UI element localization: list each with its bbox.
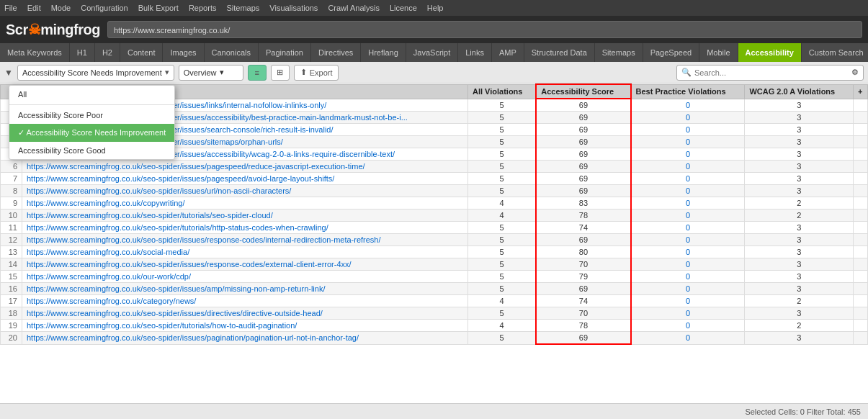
- cell-url[interactable]: https://www.screamingfrog.co.uk/category…: [22, 295, 468, 307]
- table-row[interactable]: 10 https://www.screamingfrog.co.uk/seo-s…: [1, 210, 868, 222]
- table-row[interactable]: 6 https://www.screamingfrog.co.uk/seo-sp…: [1, 161, 868, 173]
- cell-url[interactable]: https://www.screamingfrog.co.uk/seo-spid…: [22, 210, 468, 222]
- cell-score: 74: [536, 295, 630, 307]
- cell-url[interactable]: https://www.screamingfrog.co.uk/seo-spid…: [22, 173, 468, 185]
- chart-view-button[interactable]: ⊞: [271, 65, 290, 81]
- menu-mode[interactable]: Mode: [51, 4, 71, 12]
- table-row[interactable]: 13 https://www.screamingfrog.co.uk/socia…: [1, 246, 868, 258]
- tab-content[interactable]: Content: [120, 43, 164, 62]
- menu-licence[interactable]: Licence: [390, 4, 417, 12]
- tab-pagination[interactable]: Pagination: [259, 43, 311, 62]
- cell-url[interactable]: https://www.screamingfrog.co.uk/seo-spid…: [22, 332, 468, 345]
- cell-url[interactable]: https://www.screamingfrog.co.uk/social-m…: [22, 246, 468, 258]
- filter-icon: ▼: [4, 68, 13, 78]
- cell-row-num: 15: [1, 271, 22, 283]
- cell-extra: [854, 222, 868, 234]
- search-box[interactable]: 🔍 ⚙: [676, 65, 864, 81]
- cell-score: 70: [536, 307, 630, 320]
- table-row[interactable]: 17 https://www.screamingfrog.co.uk/categ…: [1, 295, 868, 307]
- table-row[interactable]: 11 https://www.screamingfrog.co.uk/seo-s…: [1, 222, 868, 234]
- tab-h1[interactable]: H1: [70, 43, 95, 62]
- tab-meta-keywords[interactable]: Meta Keywords: [0, 43, 70, 62]
- table-row[interactable]: 20 https://www.screamingfrog.co.uk/seo-s…: [1, 332, 868, 345]
- dropdown-item-poor[interactable]: Accessibility Score Poor: [9, 107, 174, 124]
- dropdown-item-good[interactable]: Accessibility Score Good: [9, 142, 174, 159]
- menu-crawl-analysis[interactable]: Crawl Analysis: [328, 4, 380, 12]
- tab-canonicals[interactable]: Canonicals: [205, 43, 259, 62]
- menu-bulk-export[interactable]: Bulk Export: [138, 4, 179, 12]
- search-input[interactable]: [694, 68, 849, 77]
- table-row[interactable]: 14 https://www.screamingfrog.co.uk/seo-s…: [1, 258, 868, 271]
- table-row[interactable]: 15 https://www.screamingfrog.co.uk/our-w…: [1, 271, 868, 283]
- cell-wcag: 3: [745, 271, 854, 283]
- cell-extra: [854, 161, 868, 173]
- cell-wcag: 3: [745, 148, 854, 161]
- table-row[interactable]: 16 https://www.screamingfrog.co.uk/seo-s…: [1, 283, 868, 295]
- cell-url[interactable]: https://www.screamingfrog.co.uk/copywrit…: [22, 197, 468, 210]
- col-all-violations[interactable]: All Violations: [467, 84, 536, 99]
- tab-structured-data[interactable]: Structured Data: [524, 43, 595, 62]
- table-row[interactable]: 19 https://www.screamingfrog.co.uk/seo-s…: [1, 320, 868, 332]
- col-best-practice-violations[interactable]: Best Practice Violations: [631, 84, 745, 99]
- cell-wcag: 3: [745, 112, 854, 124]
- tab-amp[interactable]: AMP: [492, 43, 524, 62]
- tab-mobile[interactable]: Mobile: [699, 43, 738, 62]
- cell-bp: 0: [631, 295, 745, 307]
- cell-row-num: 13: [1, 246, 22, 258]
- cell-url[interactable]: https://www.screamingfrog.co.uk/seo-spid…: [22, 161, 468, 173]
- col-wcag-violations[interactable]: WCAG 2.0 A Violations: [745, 84, 854, 99]
- col-add[interactable]: +: [854, 84, 868, 99]
- cell-url[interactable]: https://www.screamingfrog.co.uk/seo-spid…: [22, 185, 468, 197]
- cell-url[interactable]: https://www.screamingfrog.co.uk/seo-spid…: [22, 307, 468, 320]
- url-bar[interactable]: https://www.screamingfrog.co.uk/: [107, 21, 862, 38]
- cell-wcag: 2: [745, 320, 854, 332]
- table-row[interactable]: 7 https://www.screamingfrog.co.uk/seo-sp…: [1, 173, 868, 185]
- tab-pagespeed[interactable]: PageSpeed: [643, 43, 700, 62]
- cell-bp: 0: [631, 185, 745, 197]
- cell-row-num: 10: [1, 210, 22, 222]
- tab-hreflang[interactable]: Hreflang: [361, 43, 406, 62]
- menu-sitemaps[interactable]: Sitemaps: [226, 4, 259, 12]
- cell-url[interactable]: https://www.screamingfrog.co.uk/seo-spid…: [22, 222, 468, 234]
- dropdown-item-needs-improvement[interactable]: Accessibility Score Needs Improvement: [9, 124, 174, 142]
- tab-links[interactable]: Links: [458, 43, 492, 62]
- tab-sitemaps[interactable]: Sitemaps: [595, 43, 643, 62]
- cell-url[interactable]: https://www.screamingfrog.co.uk/seo-spid…: [22, 320, 468, 332]
- cell-violations: 5: [467, 185, 536, 197]
- tab-accessibility[interactable]: Accessibility: [738, 43, 802, 62]
- cell-url[interactable]: https://www.screamingfrog.co.uk/seo-spid…: [22, 234, 468, 246]
- tab-directives[interactable]: Directives: [311, 43, 361, 62]
- cell-wcag: 3: [745, 283, 854, 295]
- table-row[interactable]: 9 https://www.screamingfrog.co.uk/copywr…: [1, 197, 868, 210]
- cell-wcag: 3: [745, 258, 854, 271]
- menu-visualisations[interactable]: Visualisations: [269, 4, 318, 12]
- cell-extra: [854, 148, 868, 161]
- tab-javascript[interactable]: JavaScript: [406, 43, 458, 62]
- tab-h2[interactable]: H2: [95, 43, 120, 62]
- overview-dropdown[interactable]: Overview ▾: [179, 65, 243, 81]
- cell-url[interactable]: https://www.screamingfrog.co.uk/seo-spid…: [22, 283, 468, 295]
- cell-url[interactable]: https://www.screamingfrog.co.uk/our-work…: [22, 271, 468, 283]
- menu-reports[interactable]: Reports: [189, 4, 217, 12]
- filter-label: Accessibility Score Needs Improvement: [22, 68, 162, 77]
- table-row[interactable]: 8 https://www.screamingfrog.co.uk/seo-sp…: [1, 185, 868, 197]
- col-accessibility-score[interactable]: Accessibility Score: [536, 84, 630, 99]
- menu-help[interactable]: Help: [427, 4, 444, 12]
- filter-dropdown[interactable]: Accessibility Score Needs Improvement ▾: [17, 65, 174, 81]
- cell-violations: 5: [467, 112, 536, 124]
- menu-file[interactable]: File: [4, 4, 17, 12]
- cell-wcag: 3: [745, 173, 854, 185]
- menu-configuration[interactable]: Configuration: [81, 4, 127, 12]
- cell-url[interactable]: https://www.screamingfrog.co.uk/seo-spid…: [22, 258, 468, 271]
- cell-wcag: 3: [745, 246, 854, 258]
- cell-violations: 5: [467, 222, 536, 234]
- dropdown-item-all[interactable]: All: [9, 86, 174, 103]
- list-view-button[interactable]: ≡: [248, 65, 267, 81]
- tab-custom-search[interactable]: Custom Search: [802, 43, 868, 62]
- table-row[interactable]: 18 https://www.screamingfrog.co.uk/seo-s…: [1, 307, 868, 320]
- tab-images[interactable]: Images: [163, 43, 204, 62]
- menu-edit[interactable]: Edit: [27, 4, 41, 12]
- cell-bp: 0: [631, 222, 745, 234]
- table-row[interactable]: 12 https://www.screamingfrog.co.uk/seo-s…: [1, 234, 868, 246]
- export-button[interactable]: ⬆ Export: [294, 65, 339, 81]
